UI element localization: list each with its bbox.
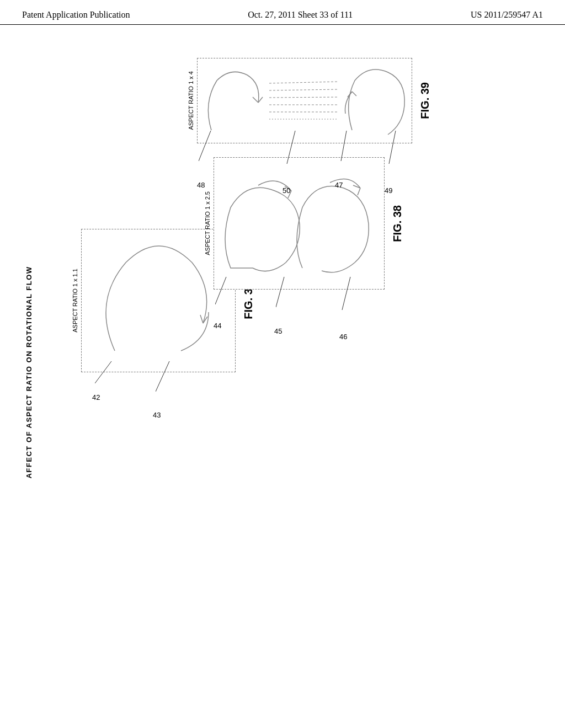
fig39-label: FIG. 39: [419, 82, 431, 119]
svg-line-2: [215, 277, 226, 304]
fig39-aspect-label: ASPECT RATIO 1 x 4: [188, 71, 194, 130]
svg-line-12: [287, 131, 295, 164]
callout-49: 49: [382, 165, 390, 174]
callout-50: 50: [282, 165, 290, 174]
fig38-diagram: 44 45: [214, 157, 385, 290]
figures-container: ASPECT RATIO 1 x 1.1: [61, 47, 559, 714]
svg-line-13: [341, 131, 347, 161]
vertical-label: AFFECT OF ASPECT RATIO ON ROTATIONAL FLO…: [25, 266, 33, 478]
svg-line-3: [276, 277, 284, 307]
callout-47: 47: [335, 163, 343, 171]
fig38-label: FIG. 38: [391, 205, 404, 242]
svg-line-0: [95, 361, 111, 383]
fig38-aspect-label: ASPECT RATIO 1 x 2.5: [204, 191, 211, 255]
fig38-svg: [214, 158, 385, 290]
header-right: US 2011/259547 A1: [471, 10, 543, 20]
main-content: AFFECT OF ASPECT RATIO ON ROTATIONAL FLO…: [0, 25, 565, 720]
svg-line-7: [269, 97, 338, 98]
fig37-aspect-label: ASPECT RATIO 1 x 1.1: [72, 269, 78, 333]
callout-43: 43: [153, 392, 161, 400]
svg-line-11: [199, 131, 211, 161]
svg-line-5: [269, 82, 338, 83]
header-left: Patent Application Publication: [22, 10, 130, 20]
callout-48: 48: [197, 163, 205, 171]
svg-line-4: [342, 277, 350, 310]
callout-45: 45: [274, 309, 282, 317]
page-header: Patent Application Publication Oct. 27, …: [0, 0, 565, 25]
fig38-block: ASPECT RATIO 1 x 2.5: [204, 157, 404, 290]
callout-46: 46: [335, 312, 343, 320]
fig39-diagram: 48 50: [197, 58, 412, 143]
fig39-block: ASPECT RATIO 1 x 4: [188, 58, 431, 143]
svg-line-14: [389, 131, 396, 164]
callout-42: 42: [92, 383, 100, 392]
svg-line-6: [269, 89, 338, 90]
svg-line-1: [156, 361, 169, 392]
callout-44: 44: [214, 306, 221, 314]
header-center: Oct. 27, 2011 Sheet 33 of 111: [248, 10, 353, 20]
